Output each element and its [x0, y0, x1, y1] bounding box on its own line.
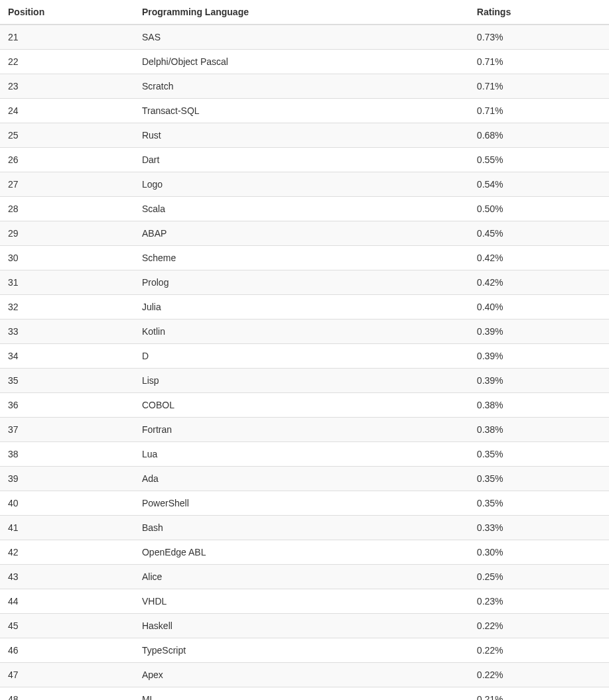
cell-ratings: 0.71% — [469, 74, 609, 99]
cell-language: Fortran — [134, 418, 469, 442]
cell-position: 47 — [0, 663, 134, 687]
table-row: 35Lisp0.39% — [0, 369, 609, 393]
table-row: 22Delphi/Object Pascal0.71% — [0, 50, 609, 74]
table-row: 40PowerShell0.35% — [0, 491, 609, 516]
cell-ratings: 0.25% — [469, 565, 609, 589]
cell-position: 26 — [0, 148, 134, 172]
cell-ratings: 0.38% — [469, 393, 609, 418]
table-row: 28Scala0.50% — [0, 197, 609, 221]
cell-language: Scratch — [134, 74, 469, 99]
cell-language: Transact-SQL — [134, 99, 469, 123]
cell-position: 28 — [0, 197, 134, 221]
cell-language: TypeScript — [134, 638, 469, 663]
cell-position: 25 — [0, 123, 134, 148]
cell-position: 40 — [0, 491, 134, 516]
table-row: 39Ada0.35% — [0, 467, 609, 491]
cell-language: COBOL — [134, 393, 469, 418]
cell-language: Scala — [134, 197, 469, 221]
cell-language: Scheme — [134, 246, 469, 270]
cell-language: Logo — [134, 172, 469, 197]
table-row: 45Haskell0.22% — [0, 614, 609, 638]
cell-position: 45 — [0, 614, 134, 638]
cell-ratings: 0.45% — [469, 221, 609, 246]
cell-language: ABAP — [134, 221, 469, 246]
cell-ratings: 0.39% — [469, 369, 609, 393]
cell-language: Bash — [134, 516, 469, 540]
table-row: 47Apex0.22% — [0, 663, 609, 687]
table-row: 43Alice0.25% — [0, 565, 609, 589]
cell-ratings: 0.35% — [469, 467, 609, 491]
cell-language: Julia — [134, 295, 469, 320]
cell-ratings: 0.22% — [469, 614, 609, 638]
cell-ratings: 0.33% — [469, 516, 609, 540]
cell-ratings: 0.23% — [469, 589, 609, 614]
cell-position: 42 — [0, 540, 134, 565]
cell-position: 33 — [0, 320, 134, 344]
cell-language: PowerShell — [134, 491, 469, 516]
cell-position: 35 — [0, 369, 134, 393]
cell-ratings: 0.39% — [469, 344, 609, 369]
cell-position: 23 — [0, 74, 134, 99]
header-language: Programming Language — [134, 0, 469, 25]
cell-position: 29 — [0, 221, 134, 246]
cell-position: 37 — [0, 418, 134, 442]
cell-position: 44 — [0, 589, 134, 614]
cell-ratings: 0.68% — [469, 123, 609, 148]
cell-language: Haskell — [134, 614, 469, 638]
cell-language: Kotlin — [134, 320, 469, 344]
cell-language: Apex — [134, 663, 469, 687]
table-row: 30Scheme0.42% — [0, 246, 609, 270]
cell-language: Lua — [134, 442, 469, 467]
table-row: 37Fortran0.38% — [0, 418, 609, 442]
cell-ratings: 0.42% — [469, 246, 609, 270]
cell-language: Prolog — [134, 270, 469, 295]
cell-position: 46 — [0, 638, 134, 663]
cell-ratings: 0.54% — [469, 172, 609, 197]
cell-ratings: 0.22% — [469, 663, 609, 687]
cell-ratings: 0.71% — [469, 99, 609, 123]
table-row: 48ML0.21% — [0, 687, 609, 701]
cell-ratings: 0.40% — [469, 295, 609, 320]
cell-ratings: 0.35% — [469, 442, 609, 467]
cell-position: 24 — [0, 99, 134, 123]
cell-language: Delphi/Object Pascal — [134, 50, 469, 74]
cell-position: 22 — [0, 50, 134, 74]
cell-position: 48 — [0, 687, 134, 701]
cell-position: 31 — [0, 270, 134, 295]
cell-ratings: 0.21% — [469, 687, 609, 701]
cell-position: 34 — [0, 344, 134, 369]
cell-language: SAS — [134, 25, 469, 50]
header-position: Position — [0, 0, 134, 25]
table-row: 34D0.39% — [0, 344, 609, 369]
table-row: 38Lua0.35% — [0, 442, 609, 467]
cell-language: OpenEdge ABL — [134, 540, 469, 565]
cell-position: 27 — [0, 172, 134, 197]
table-row: 25Rust0.68% — [0, 123, 609, 148]
cell-language: Dart — [134, 148, 469, 172]
cell-language: Lisp — [134, 369, 469, 393]
cell-language: ML — [134, 687, 469, 701]
cell-ratings: 0.50% — [469, 197, 609, 221]
cell-position: 30 — [0, 246, 134, 270]
cell-ratings: 0.73% — [469, 25, 609, 50]
table-row: 46TypeScript0.22% — [0, 638, 609, 663]
table-row: 21SAS0.73% — [0, 25, 609, 50]
table-row: 27Logo0.54% — [0, 172, 609, 197]
table-row: 32Julia0.40% — [0, 295, 609, 320]
table-header-row: Position Programming Language Ratings — [0, 0, 609, 25]
cell-position: 41 — [0, 516, 134, 540]
cell-position: 36 — [0, 393, 134, 418]
table-row: 44VHDL0.23% — [0, 589, 609, 614]
cell-ratings: 0.55% — [469, 148, 609, 172]
table-row: 29ABAP0.45% — [0, 221, 609, 246]
table-row: 24Transact-SQL0.71% — [0, 99, 609, 123]
cell-language: Rust — [134, 123, 469, 148]
cell-ratings: 0.30% — [469, 540, 609, 565]
language-ratings-table: Position Programming Language Ratings 21… — [0, 0, 609, 700]
cell-ratings: 0.71% — [469, 50, 609, 74]
cell-position: 38 — [0, 442, 134, 467]
table-row: 42OpenEdge ABL0.30% — [0, 540, 609, 565]
cell-position: 32 — [0, 295, 134, 320]
cell-ratings: 0.22% — [469, 638, 609, 663]
cell-language: VHDL — [134, 589, 469, 614]
